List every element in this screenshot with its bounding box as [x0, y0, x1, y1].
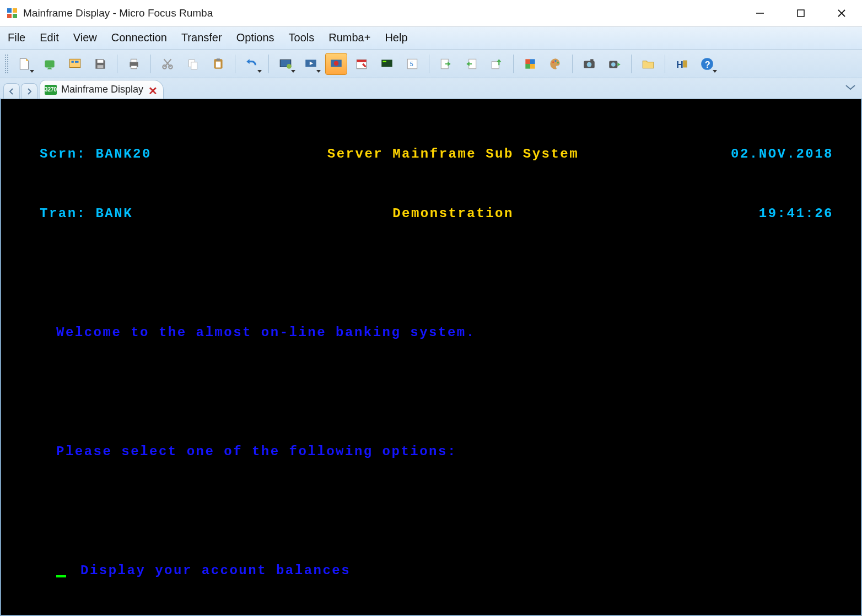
- prompt-text: Please select one of the following optio…: [7, 442, 855, 462]
- screen-date: 02.NOV.2018: [701, 144, 855, 164]
- svg-text:5: 5: [410, 61, 413, 67]
- screen-title-1: Server Mainframe Sub System: [205, 144, 701, 164]
- calendar-macro-button[interactable]: [351, 53, 373, 75]
- tab-label: Mainframe Display: [61, 84, 143, 95]
- undo-button[interactable]: [241, 53, 263, 75]
- welcome-text: Welcome to the almost on-line banking sy…: [7, 323, 855, 343]
- menu-tools[interactable]: Tools: [289, 31, 315, 44]
- svg-rect-10: [72, 61, 74, 62]
- tab-badge-icon: 3270: [45, 85, 57, 95]
- svg-rect-0: [7, 8, 12, 13]
- copy-button[interactable]: [182, 53, 204, 75]
- window-title: Mainframe Display - Micro Focus Rumba: [23, 7, 740, 19]
- tab-close-button[interactable]: ✕: [148, 84, 158, 98]
- keypad-button[interactable]: 5: [401, 53, 423, 75]
- svg-rect-15: [131, 59, 137, 62]
- session-settings-button[interactable]: [64, 53, 86, 75]
- help-button[interactable]: ?: [696, 53, 718, 75]
- menu-edit[interactable]: Edit: [40, 31, 58, 44]
- macro-run-button[interactable]: [300, 53, 322, 75]
- record-macro-button[interactable]: [325, 53, 347, 75]
- option-row: Display your account balances: [7, 561, 855, 581]
- menu-connection[interactable]: Connection: [111, 31, 167, 44]
- svg-rect-12: [98, 60, 104, 62]
- svg-point-49: [587, 62, 592, 67]
- svg-text:?: ?: [705, 59, 710, 69]
- tab-nav-prev[interactable]: [3, 83, 20, 99]
- option-cursor[interactable]: [56, 575, 66, 577]
- maximize-button[interactable]: [780, 0, 821, 26]
- svg-point-31: [334, 61, 339, 66]
- svg-point-47: [557, 62, 559, 63]
- svg-rect-50: [590, 59, 593, 61]
- tab-overflow-icon[interactable]: [844, 81, 856, 93]
- svg-rect-8: [45, 60, 54, 67]
- window-controls: [740, 0, 862, 26]
- svg-point-27: [287, 64, 292, 69]
- menu-rumba-plus[interactable]: Rumba+: [328, 31, 370, 44]
- paste-button[interactable]: [207, 53, 229, 75]
- svg-rect-16: [131, 66, 137, 68]
- camera-send-button[interactable]: [604, 53, 626, 75]
- screen-settings-button[interactable]: [274, 53, 297, 75]
- svg-rect-42: [530, 59, 535, 64]
- scrn-value: BANK20: [95, 147, 151, 161]
- tab-nav-next[interactable]: [21, 83, 37, 99]
- terminal-screen[interactable]: Scrn: BANK20 Server Mainframe Sub System…: [0, 99, 862, 616]
- svg-rect-13: [98, 65, 104, 68]
- svg-rect-24: [216, 61, 221, 67]
- svg-rect-22: [191, 62, 197, 69]
- send-up-button[interactable]: [486, 53, 508, 75]
- svg-point-52: [611, 62, 616, 67]
- save-button[interactable]: [89, 53, 111, 75]
- menu-file[interactable]: File: [8, 31, 25, 44]
- session-tab[interactable]: 3270 Mainframe Display ✕: [40, 80, 164, 99]
- screen-title-2: Demonstration: [205, 204, 701, 224]
- paint-palette-button[interactable]: [545, 53, 567, 75]
- app-window: Mainframe Display - Micro Focus Rumba Fi…: [0, 0, 862, 616]
- svg-rect-25: [217, 58, 220, 61]
- close-button[interactable]: [821, 0, 862, 26]
- toolbar-gripper[interactable]: [4, 54, 9, 74]
- svg-rect-35: [382, 61, 386, 62]
- tabstrip: 3270 Mainframe Display ✕: [0, 78, 862, 99]
- connect-button[interactable]: [39, 53, 61, 75]
- menu-transfer[interactable]: Transfer: [181, 31, 222, 44]
- print-button[interactable]: [123, 53, 145, 75]
- app-icon: [6, 7, 19, 20]
- import-button[interactable]: [435, 53, 457, 75]
- menu-help[interactable]: Help: [385, 31, 407, 44]
- scrn-label: Scrn:: [40, 147, 87, 161]
- history-button[interactable]: H: [671, 53, 693, 75]
- tran-label: Tran:: [40, 206, 87, 221]
- menubar: File Edit View Connection Transfer Optio…: [0, 26, 862, 50]
- svg-rect-43: [525, 64, 530, 69]
- svg-rect-2: [7, 14, 12, 18]
- svg-rect-5: [798, 10, 804, 17]
- svg-rect-41: [525, 59, 530, 64]
- minimize-button[interactable]: [740, 0, 780, 26]
- svg-rect-3: [13, 14, 17, 18]
- option-label: Display your account balances: [80, 561, 351, 581]
- svg-rect-34: [381, 60, 392, 67]
- screen-time: 19:41:26: [701, 204, 855, 224]
- svg-rect-33: [357, 60, 366, 62]
- new-document-button[interactable]: [13, 53, 35, 75]
- svg-rect-44: [530, 64, 535, 69]
- svg-rect-54: [683, 60, 687, 67]
- toolbar: 5 H ?: [0, 50, 862, 78]
- tran-value: BANK: [95, 206, 133, 221]
- svg-point-45: [552, 61, 554, 63]
- camera-capture-button[interactable]: [578, 53, 600, 75]
- titlebar: Mainframe Display - Micro Focus Rumba: [0, 0, 862, 26]
- menu-options[interactable]: Options: [236, 31, 274, 44]
- svg-rect-1: [13, 8, 17, 13]
- display-settings-button[interactable]: [376, 53, 398, 75]
- svg-rect-11: [75, 61, 79, 62]
- svg-rect-40: [492, 61, 499, 68]
- menu-view[interactable]: View: [73, 31, 97, 44]
- cut-button[interactable]: [157, 53, 179, 75]
- color-map-button[interactable]: [519, 53, 541, 75]
- export-button[interactable]: [460, 53, 482, 75]
- folder-open-button[interactable]: [637, 53, 659, 75]
